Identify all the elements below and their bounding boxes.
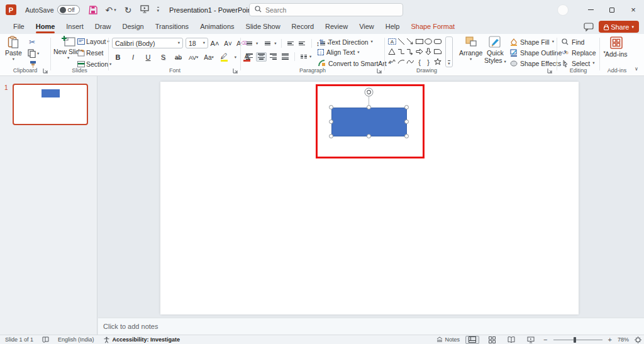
right-brace-shape[interactable]: }	[424, 57, 433, 67]
drawing-dialog-launcher-icon[interactable]	[547, 68, 553, 74]
change-case-button[interactable]: Aa▾	[204, 52, 214, 62]
restore-button[interactable]	[601, 0, 623, 19]
oval-shape[interactable]	[424, 36, 433, 47]
share-button[interactable]: Share ▾	[599, 21, 639, 33]
elbow-arrow-connector-shape[interactable]	[406, 47, 415, 57]
arrange-button[interactable]: Arrange ▾	[459, 36, 482, 62]
freeform-scribble-shape[interactable]	[387, 57, 397, 67]
theme-icon[interactable]	[42, 336, 49, 343]
zoom-in-button[interactable]: +	[608, 336, 612, 343]
triangle-shape[interactable]	[387, 47, 397, 57]
character-spacing-button[interactable]: AV▾	[189, 52, 198, 62]
autosave-toggle[interactable]: Off	[57, 5, 80, 14]
reading-view-button[interactable]	[504, 336, 518, 344]
font-dialog-launcher-icon[interactable]	[233, 68, 238, 74]
search-box[interactable]	[249, 3, 403, 16]
resize-handle-top-right[interactable]	[404, 105, 409, 109]
decrease-indent-button[interactable]	[286, 38, 296, 48]
left-brace-shape[interactable]: {	[415, 57, 425, 67]
notes-toggle-button[interactable]: Notes	[436, 336, 460, 343]
paste-button[interactable]: Paste ▾	[5, 36, 22, 62]
align-right-button[interactable]	[268, 52, 279, 62]
resize-handle-bottom-right[interactable]	[404, 134, 409, 138]
comments-icon[interactable]	[584, 23, 594, 31]
convert-to-smartart-button[interactable]: Convert to SmartArt▾	[318, 59, 391, 67]
text-shadow-button[interactable]: S	[158, 52, 168, 62]
resize-handle-bottom-left[interactable]	[329, 134, 333, 138]
normal-view-button[interactable]	[465, 336, 479, 344]
copy-button[interactable]: ▾	[28, 49, 39, 58]
slide-sorter-view-button[interactable]	[485, 336, 499, 344]
tab-home[interactable]: Home	[30, 21, 61, 33]
rounded-rectangle-shape[interactable]	[433, 36, 443, 47]
tab-file[interactable]: File	[8, 21, 30, 33]
notes-pane[interactable]: Click to add notes	[98, 318, 644, 335]
tab-record[interactable]: Record	[286, 21, 319, 33]
fit-slide-to-window-icon[interactable]	[635, 336, 641, 343]
increase-font-size-button[interactable]: A˄	[210, 38, 219, 48]
tab-shape-format[interactable]: Shape Format	[405, 21, 460, 33]
increase-indent-button[interactable]	[297, 38, 307, 48]
zoom-level[interactable]: 78%	[618, 336, 629, 343]
decrease-font-size-button[interactable]: A˅	[223, 38, 233, 48]
tab-animations[interactable]: Animations	[194, 21, 240, 33]
zoom-slider[interactable]	[553, 340, 602, 340]
resize-handle-top-left[interactable]	[329, 105, 333, 109]
align-text-button[interactable]: ↕ Align Text▾	[318, 48, 360, 56]
addins-button[interactable]: Add-ins	[605, 36, 628, 58]
tab-view[interactable]: View	[353, 21, 380, 33]
cut-button[interactable]: ✂	[29, 38, 35, 47]
slideshow-view-button[interactable]	[524, 336, 538, 344]
resize-handle-bottom-center[interactable]	[367, 134, 371, 138]
elbow-connector-shape[interactable]	[397, 47, 406, 57]
text-highlight-button[interactable]: 🖊	[219, 52, 229, 62]
undo-dropdown-icon[interactable]: ▾	[114, 8, 116, 13]
collapse-ribbon-chevron-icon[interactable]: ∨	[635, 66, 638, 72]
bold-button[interactable]: B	[113, 52, 123, 62]
tab-transitions[interactable]: Transitions	[150, 21, 194, 33]
tab-review[interactable]: Review	[319, 21, 353, 33]
close-button[interactable]: ×	[623, 0, 644, 19]
rectangle-shape[interactable]	[415, 36, 425, 47]
reset-button[interactable]: Reset	[77, 49, 103, 57]
numbering-button[interactable]	[263, 38, 272, 48]
font-name-select[interactable]: Calibri (Body)▾	[112, 38, 183, 48]
search-input[interactable]	[265, 6, 397, 14]
zoom-slider-handle[interactable]	[574, 337, 576, 343]
italic-button[interactable]: I	[128, 52, 138, 62]
zoom-out-button[interactable]: −	[543, 336, 547, 343]
quick-styles-button[interactable]: QuickStyles ▾	[484, 36, 506, 64]
language-status[interactable]: English (India)	[58, 336, 94, 343]
star-shape[interactable]	[433, 57, 443, 67]
resize-handle-middle-right[interactable]	[404, 119, 409, 124]
font-size-select[interactable]: 18▾	[186, 38, 208, 48]
layout-button[interactable]: Layout▾	[77, 38, 109, 45]
underline-button[interactable]: U	[143, 52, 153, 62]
line-shape[interactable]	[397, 36, 406, 47]
down-arrow-shape[interactable]	[424, 47, 433, 57]
start-slideshow-icon[interactable]	[140, 5, 149, 14]
tab-insert[interactable]: Insert	[60, 21, 89, 33]
curve-shape[interactable]	[406, 57, 415, 67]
undo-icon[interactable]: ↶	[106, 6, 113, 14]
customize-qat-icon[interactable]: ▾	[157, 7, 160, 13]
align-center-button[interactable]	[256, 52, 267, 62]
user-avatar[interactable]	[557, 4, 569, 16]
justify-button[interactable]	[280, 52, 291, 62]
selected-rectangle-shape[interactable]	[331, 108, 407, 136]
snip-corner-rectangle-shape[interactable]	[433, 47, 443, 57]
strikethrough-button[interactable]: ab	[174, 52, 183, 62]
align-left-button[interactable]	[244, 52, 255, 62]
tab-help[interactable]: Help	[380, 21, 406, 33]
powerpoint-logo-icon[interactable]: P	[6, 4, 16, 15]
accessibility-status[interactable]: Accessibility: Investigate	[113, 336, 180, 343]
bullets-button[interactable]	[245, 38, 254, 48]
minimize-button[interactable]	[580, 0, 601, 19]
resize-handle-top-center[interactable]	[367, 105, 371, 109]
select-button[interactable]: Select▾	[561, 59, 594, 67]
clipboard-dialog-launcher-icon[interactable]	[43, 68, 48, 74]
tab-design[interactable]: Design	[116, 21, 149, 33]
right-arrow-shape[interactable]	[415, 47, 425, 57]
find-button[interactable]: Find	[561, 38, 584, 46]
slide-thumbnail[interactable]	[13, 84, 88, 125]
